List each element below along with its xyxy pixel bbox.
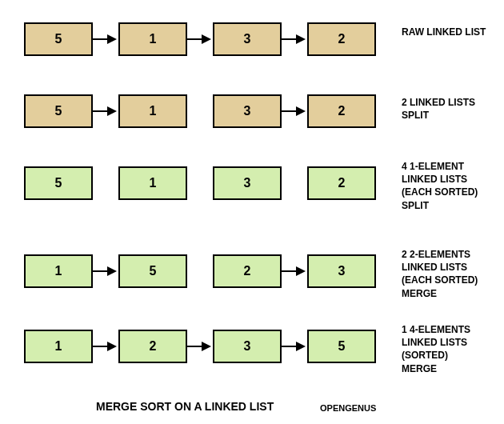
list-node: 5 xyxy=(24,166,93,200)
list-node: 1 xyxy=(24,330,93,363)
gap-spacer xyxy=(187,94,213,128)
list-node: 3 xyxy=(213,166,282,200)
step-row: 5132 xyxy=(24,166,376,200)
list-node: 1 xyxy=(118,22,187,56)
gap-spacer xyxy=(187,166,213,200)
list-node: 1 xyxy=(118,94,187,128)
list-node: 2 xyxy=(307,22,376,56)
list-node: 3 xyxy=(213,94,282,128)
gap-spacer xyxy=(187,254,213,288)
step-label: 2 2-ELEMENTS LINKED LISTS (EACH SORTED) … xyxy=(402,248,501,300)
arrow-icon xyxy=(93,330,118,363)
arrow-icon xyxy=(93,94,118,128)
step-label: RAW LINKED LIST xyxy=(402,26,501,38)
step-label: 4 1-ELEMENT LINKED LISTS (EACH SORTED) S… xyxy=(402,160,501,212)
list-node: 2 xyxy=(213,254,282,288)
arrow-icon xyxy=(187,330,213,363)
step-label: 1 4-ELEMENTS LINKED LISTS (SORTED) MERGE xyxy=(402,323,501,375)
arrow-icon xyxy=(93,254,118,288)
list-node: 3 xyxy=(213,330,282,363)
list-node: 3 xyxy=(213,22,282,56)
arrow-icon xyxy=(282,254,307,288)
list-node: 2 xyxy=(307,94,376,128)
list-node: 5 xyxy=(307,330,376,363)
list-node: 5 xyxy=(24,94,93,128)
list-node: 1 xyxy=(24,254,93,288)
arrow-icon xyxy=(93,22,118,56)
arrow-icon xyxy=(282,330,307,363)
gap-spacer xyxy=(282,166,307,200)
list-node: 2 xyxy=(307,166,376,200)
step-row: 5132 xyxy=(24,22,376,56)
diagram-credit: OPENGENUS xyxy=(320,403,376,413)
list-node: 3 xyxy=(307,254,376,288)
diagram-title: MERGE SORT ON A LINKED LIST xyxy=(96,400,274,413)
list-node: 1 xyxy=(118,166,187,200)
gap-spacer xyxy=(93,166,118,200)
list-node: 5 xyxy=(118,254,187,288)
step-row: 1523 xyxy=(24,254,376,288)
step-row: 1235 xyxy=(24,330,376,363)
list-node: 5 xyxy=(24,22,93,56)
arrow-icon xyxy=(282,94,307,128)
list-node: 2 xyxy=(118,330,187,363)
arrow-icon xyxy=(282,22,307,56)
arrow-icon xyxy=(187,22,213,56)
step-label: 2 LINKED LISTS SPLIT xyxy=(402,96,501,122)
step-row: 5132 xyxy=(24,94,376,128)
